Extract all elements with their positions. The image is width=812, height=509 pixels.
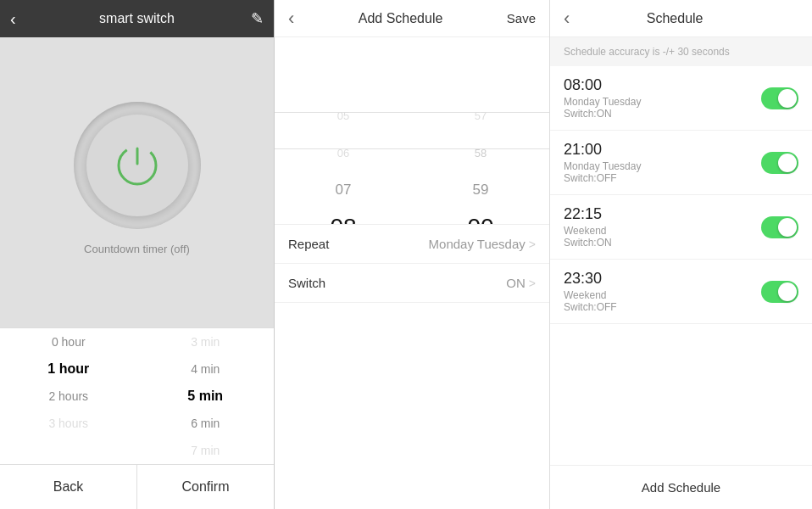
device-area: Countdown timer (off) [0, 37, 274, 327]
toggle-knob-2330 [778, 282, 797, 301]
toggle-knob-2100 [778, 154, 797, 172]
back-icon[interactable]: ‹ [10, 9, 16, 29]
schedule-time-2215: 22:15 [564, 205, 761, 223]
min-item-6min: 6 min [137, 410, 275, 437]
confirm-button[interactable]: Confirm [137, 465, 274, 509]
switch-chevron-icon: > [529, 277, 536, 290]
panel1-footer: Back Confirm [0, 464, 274, 509]
repeat-chevron-icon: > [529, 238, 536, 251]
min-59: 59 [412, 171, 549, 209]
add-schedule-button[interactable]: Add Schedule [642, 480, 720, 495]
panel2-title: Add Schedule [359, 11, 443, 26]
hour-item-2hours: 2 hours [0, 383, 137, 410]
panel3-header: ‹ Schedule [550, 0, 812, 37]
schedule-item-2100-info: 21:00 Monday Tuesday Switch:OFF [564, 141, 761, 184]
schedule-item-2330: 23:30 Weekend Switch:OFF [550, 260, 812, 324]
countdown-label: Countdown timer (off) [84, 243, 190, 255]
panel1-title: smart switch [99, 11, 175, 26]
schedule-item-0800: 08:00 Monday Tuesday Switch:ON [550, 66, 812, 131]
schedule-item-2100: 21:00 Monday Tuesday Switch:OFF [550, 131, 812, 195]
time-picker: 05 06 07 08 09 10 11 57 58 59 00 01 02 0… [275, 37, 549, 224]
schedule-accuracy: Schedule accuracy is -/+ 30 seconds [550, 37, 812, 66]
hours-column[interactable]: 0 hour 1 hour 2 hours 3 hours [0, 328, 137, 464]
schedule-switch-2100: Switch:OFF [564, 172, 761, 184]
schedule-switch-0800: Switch:ON [564, 108, 761, 120]
hour-05b: 06 [275, 134, 412, 171]
schedule-item-0800-info: 08:00 Monday Tuesday Switch:ON [564, 76, 761, 120]
toggle-2330[interactable] [761, 281, 798, 303]
repeat-row[interactable]: Repeat Monday Tuesday > [275, 225, 549, 264]
schedule-days-2215: Weekend [564, 225, 761, 237]
min-item-7min: 7 min [137, 437, 275, 464]
panel2-back-icon[interactable]: ‹ [288, 8, 294, 30]
timer-columns: 0 hour 1 hour 2 hours 3 hours 3 min 4 mi… [0, 328, 274, 464]
minutes-list: 3 min 4 min 5 min 6 min 7 min [137, 328, 275, 464]
panel2-header: ‹ Add Schedule Save [275, 0, 549, 37]
hour-05: 05 [275, 97, 412, 134]
toggle-0800[interactable] [761, 87, 798, 109]
hour-item-1hour: 1 hour [0, 355, 137, 383]
min-item-3min: 3 min [137, 328, 275, 355]
schedule-days-2100: Monday Tuesday [564, 160, 761, 172]
timer-picker: 0 hour 1 hour 2 hours 3 hours 3 min 4 mi… [0, 327, 274, 464]
schedule-switch-2215: Switch:ON [564, 237, 761, 249]
min-57: 57 [412, 97, 549, 134]
schedule-list: 08:00 Monday Tuesday Switch:ON 21:00 Mon… [550, 66, 812, 465]
minutes-col[interactable]: 57 58 59 00 01 02 03 [412, 37, 549, 224]
panel3-footer: Add Schedule [550, 465, 812, 509]
schedule-time-2330: 23:30 [564, 270, 761, 288]
minutes-column[interactable]: 3 min 4 min 5 min 6 min 7 min [137, 328, 275, 464]
hour-08: 08 [275, 209, 412, 224]
panel3-back-icon[interactable]: ‹ [564, 8, 570, 30]
hour-list: 05 06 07 08 09 10 11 [275, 37, 412, 224]
schedule-time-0800: 08:00 [564, 76, 761, 94]
panel1-header: ‹ smart switch ✎ [0, 0, 274, 37]
hours-col[interactable]: 05 06 07 08 09 10 11 [275, 37, 412, 224]
save-button[interactable]: Save [507, 11, 536, 25]
toggle-knob-0800 [778, 89, 797, 108]
add-schedule-panel: ‹ Add Schedule Save 05 06 07 08 09 10 11… [275, 0, 550, 509]
schedule-days-2330: Weekend [564, 289, 761, 301]
hour-item-0hour: 0 hour [0, 328, 137, 355]
power-icon [112, 140, 163, 191]
schedule-days-0800: Monday Tuesday [564, 96, 761, 108]
toggle-2215[interactable] [761, 216, 798, 238]
schedule-switch-2330: Switch:OFF [564, 301, 761, 313]
switch-label: Switch [288, 276, 325, 290]
hour-item-3hours: 3 hours [0, 410, 137, 437]
repeat-label: Repeat [288, 237, 329, 251]
min-00: 00 [412, 209, 549, 224]
edit-icon[interactable]: ✎ [251, 9, 264, 28]
power-button-inner[interactable] [86, 115, 188, 216]
switch-value: ON > [506, 276, 536, 290]
back-button[interactable]: Back [0, 465, 137, 509]
smart-switch-panel: ‹ smart switch ✎ Countdown timer (off) 0… [0, 0, 275, 509]
repeat-value: Monday Tuesday > [429, 237, 536, 251]
switch-row[interactable]: Switch ON > [275, 264, 549, 303]
power-button-outer [74, 102, 201, 229]
minute-list: 57 58 59 00 01 02 03 [412, 37, 549, 224]
schedule-time-2100: 21:00 [564, 141, 761, 159]
schedule-panel: ‹ Schedule Schedule accuracy is -/+ 30 s… [550, 0, 812, 509]
panel3-title: Schedule [647, 11, 704, 26]
min-58: 58 [412, 134, 549, 171]
schedule-item-2215-info: 22:15 Weekend Switch:ON [564, 205, 761, 249]
min-item-4min: 4 min [137, 355, 275, 383]
schedule-item-2215: 22:15 Weekend Switch:ON [550, 195, 812, 260]
hours-list: 0 hour 1 hour 2 hours 3 hours [0, 328, 137, 437]
schedule-item-2330-info: 23:30 Weekend Switch:OFF [564, 270, 761, 313]
hour-07: 07 [275, 171, 412, 209]
schedule-options: Repeat Monday Tuesday > Switch ON > [275, 224, 549, 303]
toggle-2100[interactable] [761, 152, 798, 174]
min-item-5min: 5 min [137, 383, 275, 410]
toggle-knob-2215 [778, 218, 797, 237]
